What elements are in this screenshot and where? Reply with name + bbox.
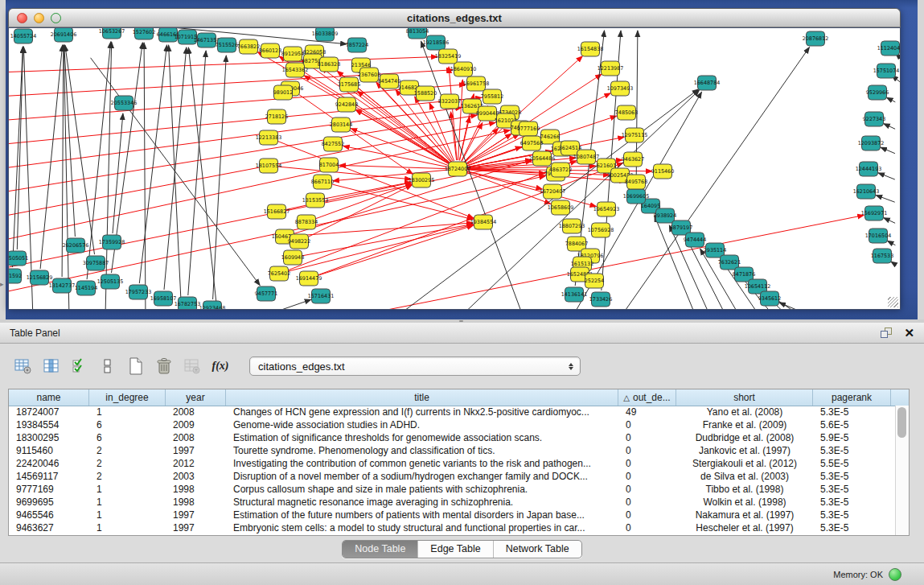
table-select[interactable]: citations_edges.txt	[249, 356, 581, 376]
table-header-row: namein_degreeyeartitle△out_de...shortpag…	[9, 389, 909, 406]
table-row[interactable]: 1938455462009Genome-wide association stu…	[9, 418, 896, 431]
graph-edge[interactable]	[339, 165, 449, 168]
column-header-label: pagerank	[832, 392, 872, 403]
table-row[interactable]: 946362711997Embryonic stem cells: a mode…	[9, 521, 896, 534]
graph-edge[interactable]	[188, 51, 206, 295]
graph-edge[interactable]	[887, 97, 896, 102]
network-desktop: ▸ citations_edges.txt	[0, 0, 924, 319]
column-header-year[interactable]: year	[166, 389, 226, 406]
table-cell: 9465546	[9, 509, 89, 521]
table-cell: 2003	[166, 470, 226, 483]
graph-edge[interactable]	[891, 262, 896, 265]
graph-edge[interactable]	[277, 167, 411, 179]
column-header-label: year	[186, 392, 204, 403]
graph-edge[interactable]	[9, 97, 482, 144]
graph-node-label: 17359928	[99, 239, 125, 245]
row-cells-button[interactable]	[97, 356, 118, 377]
graph-edge[interactable]	[91, 58, 261, 286]
tab-network-table[interactable]: Network Table	[493, 541, 581, 558]
graph-node-label: 14136141	[561, 291, 588, 298]
graph-edge[interactable]	[449, 67, 457, 160]
column-header-name[interactable]: name	[9, 389, 89, 406]
graph-node-label: 1145194	[75, 285, 97, 291]
table-cell: 18300295	[9, 431, 89, 444]
create-column-button[interactable]	[125, 356, 146, 377]
graph-node-label: 9457771	[255, 290, 277, 297]
graph-edge[interactable]	[144, 43, 146, 309]
column-header-label: short	[733, 392, 755, 403]
column-header-short[interactable]: short	[676, 389, 813, 406]
graph-node-label: 18807293	[559, 223, 585, 229]
graph-edge[interactable]	[331, 184, 474, 220]
table-cell: 0	[618, 444, 676, 457]
graph-edge[interactable]	[324, 182, 411, 199]
table-row[interactable]: 977716911998Corpus callosum shape and si…	[9, 483, 896, 496]
graph-edge[interactable]	[213, 56, 227, 299]
graph-edge[interactable]	[139, 45, 166, 283]
graph-node-label: 8813054	[406, 28, 429, 35]
graph-edge[interactable]	[40, 45, 63, 269]
graph-edge[interactable]	[188, 47, 216, 309]
tab-edge-table[interactable]: Edge Table	[417, 541, 492, 558]
table-row[interactable]: 946554611997Estimation of the future num…	[9, 509, 896, 521]
table-options-button[interactable]	[13, 356, 34, 377]
graph-edge[interactable]	[884, 218, 895, 224]
show-columns-button[interactable]	[41, 356, 62, 377]
graph-edge[interactable]	[876, 196, 895, 203]
window-resize-grip[interactable]	[888, 297, 898, 307]
graph-node-label: 2935114	[704, 247, 726, 253]
close-panel-icon[interactable]: ✕	[904, 327, 914, 339]
column-header-pagerank[interactable]: pagerank	[813, 389, 891, 406]
tab-node-table[interactable]: Node Table	[343, 541, 417, 558]
table-row[interactable]: 1830029562008Estimation of significance …	[9, 431, 896, 444]
panel-collapse-arrow[interactable]: ▸	[0, 280, 4, 288]
table-cell: 2009	[166, 418, 226, 431]
network-canvas[interactable]: 1405572420691406106532671527602646616010…	[8, 27, 901, 310]
graph-edge[interactable]	[878, 173, 895, 179]
graph-node-label: 8322037	[438, 98, 461, 105]
window-title: citations_edges.txt	[9, 12, 900, 24]
graph-edge[interactable]	[625, 47, 809, 309]
table-cell: 5.3E-5	[813, 470, 891, 483]
table-panel: Table Panel ✕	[0, 323, 924, 585]
column-header-in_degree[interactable]: in_degree	[89, 389, 166, 406]
column-header-title[interactable]: title	[226, 389, 618, 406]
graph-node-label: 16958107	[150, 295, 177, 302]
table-body: 1872400712008Changes of HCN gene express…	[9, 406, 896, 535]
graph-edge[interactable]	[9, 130, 510, 240]
graph-edge[interactable]	[65, 45, 95, 254]
graph-node-label: 8990448	[476, 110, 499, 117]
select-columns-button[interactable]	[69, 356, 90, 377]
table-row[interactable]: 911546021997Tourette syndrome. Phenomeno…	[9, 444, 896, 457]
float-panel-icon[interactable]	[881, 328, 893, 338]
graph-node-label: 1609948	[281, 254, 304, 261]
graph-edge[interactable]	[9, 108, 462, 168]
graph-node-label: 9115460	[651, 168, 674, 175]
memory-status-icon[interactable]	[889, 568, 901, 581]
graph-node-label: 16210643	[853, 188, 880, 195]
graph-edge[interactable]	[779, 303, 807, 309]
scrollbar-thumb[interactable]	[897, 407, 906, 438]
graph-node-label: 8454749	[378, 78, 400, 84]
table-scrollbar[interactable]	[895, 406, 909, 535]
table-row[interactable]: 2242004622012Investigating the contribut…	[9, 457, 896, 470]
column-header-out_de[interactable]: △out_de...	[618, 389, 676, 406]
table-row[interactable]: 1872400712008Changes of HCN gene express…	[9, 406, 896, 418]
table-row[interactable]: 1456911722003Disruption of a novel membe…	[9, 470, 896, 483]
graph-edge[interactable]	[288, 225, 474, 271]
graph-node-label: 30975887	[83, 260, 109, 266]
table-cell: Wolkin et al. (1998)	[676, 496, 813, 509]
graph-edge[interactable]	[307, 185, 413, 237]
graph-edge[interactable]	[881, 147, 895, 154]
graph-edge[interactable]	[9, 115, 477, 192]
window-titlebar[interactable]: citations_edges.txt	[8, 8, 901, 27]
table-cell: Jankovic et al. (1997)	[676, 444, 813, 457]
graph-edge[interactable]	[23, 47, 32, 309]
delete-column-button[interactable]	[154, 356, 175, 377]
graph-node-label: 15716431	[308, 293, 335, 299]
graph-node-label: 8471876	[733, 271, 755, 278]
graph-edge[interactable]	[884, 124, 895, 130]
function-builder-button[interactable]: f(x)	[210, 356, 231, 377]
table-row[interactable]: 969969511998Structural magnetic resonanc…	[9, 496, 896, 509]
graph-edge[interactable]	[887, 241, 895, 245]
